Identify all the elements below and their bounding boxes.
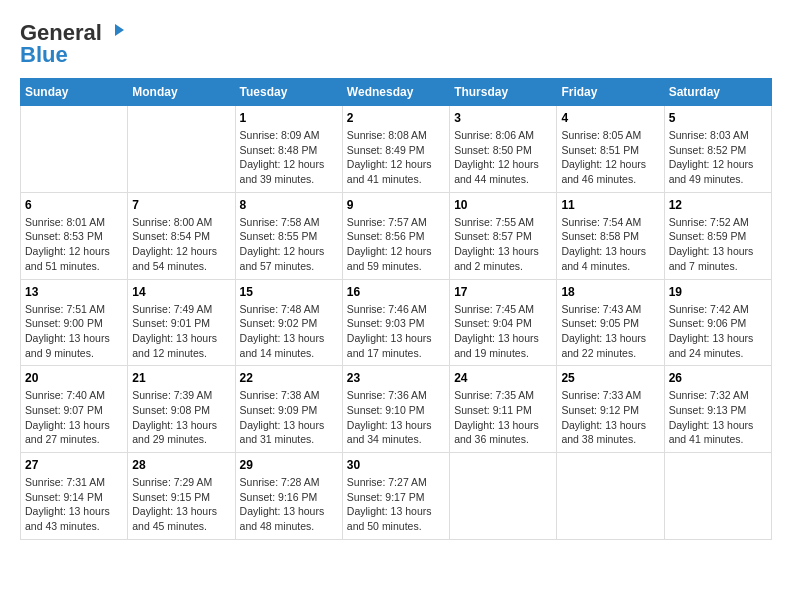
day-header-wednesday: Wednesday: [342, 79, 449, 106]
cell-sunrise: Sunrise: 7:35 AM: [454, 388, 552, 403]
day-number: 22: [240, 371, 338, 385]
calendar-cell: 17 Sunrise: 7:45 AM Sunset: 9:04 PM Dayl…: [450, 279, 557, 366]
day-number: 10: [454, 198, 552, 212]
day-number: 2: [347, 111, 445, 125]
day-number: 13: [25, 285, 123, 299]
cell-sunrise: Sunrise: 7:27 AM: [347, 475, 445, 490]
calendar-cell: 19 Sunrise: 7:42 AM Sunset: 9:06 PM Dayl…: [664, 279, 771, 366]
cell-sunset: Sunset: 9:05 PM: [561, 316, 659, 331]
cell-sunrise: Sunrise: 7:36 AM: [347, 388, 445, 403]
cell-daylight: Daylight: 13 hours and 45 minutes.: [132, 504, 230, 533]
cell-daylight: Daylight: 13 hours and 43 minutes.: [25, 504, 123, 533]
calendar-table: SundayMondayTuesdayWednesdayThursdayFrid…: [20, 78, 772, 540]
cell-daylight: Daylight: 13 hours and 22 minutes.: [561, 331, 659, 360]
cell-daylight: Daylight: 13 hours and 50 minutes.: [347, 504, 445, 533]
day-number: 23: [347, 371, 445, 385]
cell-sunrise: Sunrise: 7:32 AM: [669, 388, 767, 403]
cell-sunset: Sunset: 8:49 PM: [347, 143, 445, 158]
calendar-cell: [128, 106, 235, 193]
cell-sunrise: Sunrise: 8:08 AM: [347, 128, 445, 143]
cell-sunrise: Sunrise: 8:03 AM: [669, 128, 767, 143]
cell-daylight: Daylight: 13 hours and 7 minutes.: [669, 244, 767, 273]
calendar-cell: 9 Sunrise: 7:57 AM Sunset: 8:56 PM Dayli…: [342, 192, 449, 279]
day-number: 26: [669, 371, 767, 385]
calendar-cell: 11 Sunrise: 7:54 AM Sunset: 8:58 PM Dayl…: [557, 192, 664, 279]
cell-sunrise: Sunrise: 7:33 AM: [561, 388, 659, 403]
calendar-cell: 21 Sunrise: 7:39 AM Sunset: 9:08 PM Dayl…: [128, 366, 235, 453]
cell-daylight: Daylight: 13 hours and 34 minutes.: [347, 418, 445, 447]
cell-daylight: Daylight: 13 hours and 31 minutes.: [240, 418, 338, 447]
calendar-cell: 4 Sunrise: 8:05 AM Sunset: 8:51 PM Dayli…: [557, 106, 664, 193]
calendar-cell: 24 Sunrise: 7:35 AM Sunset: 9:11 PM Dayl…: [450, 366, 557, 453]
calendar-cell: [21, 106, 128, 193]
cell-daylight: Daylight: 12 hours and 44 minutes.: [454, 157, 552, 186]
cell-sunrise: Sunrise: 7:31 AM: [25, 475, 123, 490]
day-number: 5: [669, 111, 767, 125]
cell-daylight: Daylight: 12 hours and 39 minutes.: [240, 157, 338, 186]
day-number: 25: [561, 371, 659, 385]
cell-sunset: Sunset: 9:01 PM: [132, 316, 230, 331]
cell-sunrise: Sunrise: 7:45 AM: [454, 302, 552, 317]
cell-sunset: Sunset: 8:52 PM: [669, 143, 767, 158]
day-header-friday: Friday: [557, 79, 664, 106]
cell-sunset: Sunset: 8:58 PM: [561, 229, 659, 244]
day-header-sunday: Sunday: [21, 79, 128, 106]
calendar-cell: 22 Sunrise: 7:38 AM Sunset: 9:09 PM Dayl…: [235, 366, 342, 453]
cell-daylight: Daylight: 13 hours and 12 minutes.: [132, 331, 230, 360]
cell-sunset: Sunset: 9:04 PM: [454, 316, 552, 331]
calendar-cell: 6 Sunrise: 8:01 AM Sunset: 8:53 PM Dayli…: [21, 192, 128, 279]
day-number: 30: [347, 458, 445, 472]
cell-sunrise: Sunrise: 7:57 AM: [347, 215, 445, 230]
cell-daylight: Daylight: 12 hours and 51 minutes.: [25, 244, 123, 273]
day-number: 28: [132, 458, 230, 472]
cell-sunset: Sunset: 9:09 PM: [240, 403, 338, 418]
cell-daylight: Daylight: 12 hours and 57 minutes.: [240, 244, 338, 273]
cell-sunset: Sunset: 9:11 PM: [454, 403, 552, 418]
cell-sunrise: Sunrise: 7:51 AM: [25, 302, 123, 317]
calendar-cell: [450, 453, 557, 540]
logo-flag-icon: [104, 22, 126, 44]
week-row-4: 20 Sunrise: 7:40 AM Sunset: 9:07 PM Dayl…: [21, 366, 772, 453]
calendar-cell: 10 Sunrise: 7:55 AM Sunset: 8:57 PM Dayl…: [450, 192, 557, 279]
calendar-cell: [664, 453, 771, 540]
cell-sunrise: Sunrise: 7:42 AM: [669, 302, 767, 317]
calendar-cell: 13 Sunrise: 7:51 AM Sunset: 9:00 PM Dayl…: [21, 279, 128, 366]
day-number: 7: [132, 198, 230, 212]
cell-sunset: Sunset: 9:08 PM: [132, 403, 230, 418]
calendar-cell: 12 Sunrise: 7:52 AM Sunset: 8:59 PM Dayl…: [664, 192, 771, 279]
calendar-cell: 16 Sunrise: 7:46 AM Sunset: 9:03 PM Dayl…: [342, 279, 449, 366]
day-number: 15: [240, 285, 338, 299]
cell-sunset: Sunset: 9:12 PM: [561, 403, 659, 418]
cell-sunrise: Sunrise: 8:05 AM: [561, 128, 659, 143]
cell-daylight: Daylight: 12 hours and 46 minutes.: [561, 157, 659, 186]
cell-daylight: Daylight: 13 hours and 38 minutes.: [561, 418, 659, 447]
cell-daylight: Daylight: 13 hours and 19 minutes.: [454, 331, 552, 360]
cell-sunset: Sunset: 9:17 PM: [347, 490, 445, 505]
cell-sunrise: Sunrise: 8:06 AM: [454, 128, 552, 143]
day-number: 21: [132, 371, 230, 385]
cell-daylight: Daylight: 12 hours and 59 minutes.: [347, 244, 445, 273]
cell-sunset: Sunset: 9:02 PM: [240, 316, 338, 331]
cell-sunset: Sunset: 8:56 PM: [347, 229, 445, 244]
day-number: 11: [561, 198, 659, 212]
header-row: SundayMondayTuesdayWednesdayThursdayFrid…: [21, 79, 772, 106]
day-number: 24: [454, 371, 552, 385]
calendar-cell: [557, 453, 664, 540]
cell-daylight: Daylight: 13 hours and 48 minutes.: [240, 504, 338, 533]
calendar-cell: 7 Sunrise: 8:00 AM Sunset: 8:54 PM Dayli…: [128, 192, 235, 279]
day-number: 27: [25, 458, 123, 472]
calendar-cell: 25 Sunrise: 7:33 AM Sunset: 9:12 PM Dayl…: [557, 366, 664, 453]
day-number: 8: [240, 198, 338, 212]
calendar-cell: 3 Sunrise: 8:06 AM Sunset: 8:50 PM Dayli…: [450, 106, 557, 193]
cell-sunset: Sunset: 9:16 PM: [240, 490, 338, 505]
page-header: General Blue: [20, 20, 772, 68]
week-row-5: 27 Sunrise: 7:31 AM Sunset: 9:14 PM Dayl…: [21, 453, 772, 540]
day-number: 16: [347, 285, 445, 299]
cell-sunrise: Sunrise: 7:49 AM: [132, 302, 230, 317]
svg-marker-0: [115, 24, 124, 36]
calendar-cell: 20 Sunrise: 7:40 AM Sunset: 9:07 PM Dayl…: [21, 366, 128, 453]
cell-sunrise: Sunrise: 7:39 AM: [132, 388, 230, 403]
day-header-saturday: Saturday: [664, 79, 771, 106]
cell-daylight: Daylight: 13 hours and 9 minutes.: [25, 331, 123, 360]
day-number: 12: [669, 198, 767, 212]
